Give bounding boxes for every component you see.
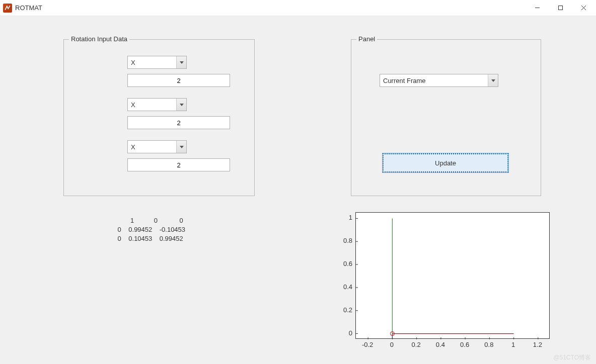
axis1-select[interactable]: X bbox=[127, 56, 187, 69]
chevron-down-icon bbox=[176, 141, 186, 153]
x-tick-label: 0 bbox=[382, 341, 402, 348]
x-tick-label: 0.8 bbox=[479, 341, 499, 348]
x-tick-label: 0.2 bbox=[406, 341, 426, 348]
axis2-select[interactable]: X bbox=[127, 98, 187, 111]
matrix-output: 1 0 0 0 0.99452 -0.10453 0 0.10453 0.994… bbox=[116, 216, 185, 243]
minimize-button[interactable] bbox=[526, 1, 549, 16]
window-title: ROTMAT bbox=[15, 4, 42, 12]
app-icon bbox=[3, 4, 12, 13]
chevron-down-icon bbox=[488, 74, 498, 86]
x-tick-label: 1.2 bbox=[528, 341, 548, 348]
frame-select-value: Current Frame bbox=[383, 77, 426, 84]
chevron-down-icon bbox=[176, 56, 186, 68]
plot-svg bbox=[356, 213, 550, 339]
axis2-value: X bbox=[131, 101, 135, 109]
titlebar: ROTMAT bbox=[0, 0, 596, 16]
side-panel: Panel Current Frame Update bbox=[351, 39, 541, 196]
y-tick-label: 1 bbox=[329, 214, 352, 221]
y-tick-label: 0.4 bbox=[329, 283, 352, 291]
x-tick-label: 0.6 bbox=[455, 341, 475, 348]
value3-input[interactable] bbox=[127, 158, 230, 171]
axes-plot: 00.20.40.60.81 -0.200.20.40.60.811.2 bbox=[329, 209, 556, 360]
x-tick-label: -0.2 bbox=[357, 341, 378, 348]
plot-box bbox=[355, 212, 550, 339]
frame-select[interactable]: Current Frame bbox=[380, 74, 498, 87]
update-button[interactable]: Update bbox=[383, 153, 508, 172]
axis3-value: X bbox=[131, 143, 135, 151]
svg-rect-1 bbox=[558, 6, 562, 10]
side-panel-legend: Panel bbox=[356, 35, 377, 43]
x-tick-label: 1 bbox=[503, 341, 524, 348]
watermark: @51CTO博客 bbox=[553, 353, 591, 362]
close-button[interactable] bbox=[572, 1, 595, 16]
window-controls bbox=[526, 1, 595, 16]
axis1-value: X bbox=[131, 59, 135, 66]
rotation-panel-legend: Rotation Input Data bbox=[69, 35, 129, 43]
value1-input[interactable] bbox=[127, 74, 230, 87]
axis3-select[interactable]: X bbox=[127, 140, 187, 153]
y-tick-label: 0.6 bbox=[329, 260, 352, 267]
rotation-input-panel: Rotation Input Data X X X bbox=[63, 39, 255, 196]
y-tick-label: 0 bbox=[329, 329, 352, 337]
y-tick-label: 0.8 bbox=[329, 237, 352, 244]
chevron-down-icon bbox=[176, 99, 186, 111]
x-tick-label: 0.4 bbox=[430, 341, 451, 348]
client-area: Rotation Input Data X X X Panel Current … bbox=[0, 16, 596, 364]
maximize-button[interactable] bbox=[549, 1, 572, 16]
value2-input[interactable] bbox=[127, 116, 230, 129]
y-tick-label: 0.2 bbox=[329, 306, 352, 314]
